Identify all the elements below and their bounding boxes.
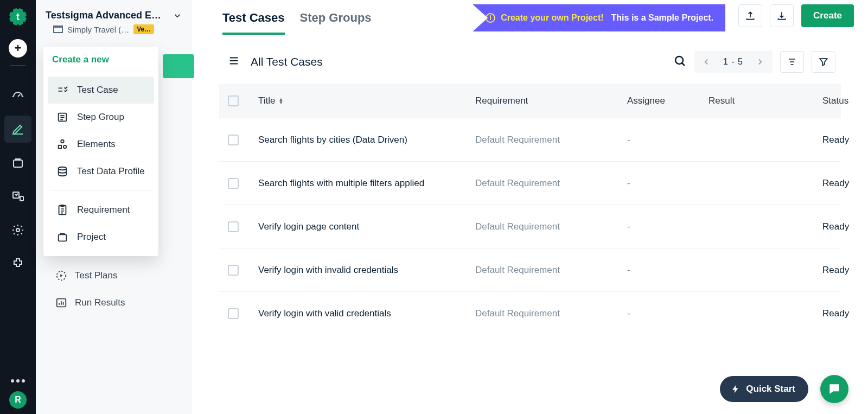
rail-dashboard[interactable]	[4, 82, 31, 109]
cell-status: Ready	[812, 178, 849, 189]
dropdown-opt-test-case[interactable]: Test Case	[48, 77, 154, 104]
row-checkbox[interactable]	[228, 265, 239, 276]
cell-assignee: -	[627, 221, 709, 232]
rail-more[interactable]	[11, 379, 25, 383]
svg-point-8	[11, 10, 13, 12]
pager: 1 - 5	[694, 51, 773, 73]
sidebar-item-test-plans[interactable]: Test Plans	[36, 262, 192, 289]
dropdown-opt-elements[interactable]: Elements	[48, 131, 154, 158]
svg-point-13	[16, 228, 20, 232]
col-result[interactable]: Result	[709, 95, 812, 106]
svg-point-5	[17, 24, 19, 27]
dropdown-opt-label: Test Case	[77, 85, 118, 95]
cell-requirement: Default Requirement	[475, 308, 627, 319]
cell-title: Verify login with invalid credentials	[258, 265, 475, 276]
table-row[interactable]: Verify login with valid credentialsDefau…	[219, 292, 841, 335]
tab-test-cases[interactable]: Test Cases	[222, 4, 285, 35]
icon-rail: t + R	[0, 0, 36, 414]
sidebar-item-label: Test Plans	[75, 270, 117, 281]
filter-button[interactable]	[812, 51, 835, 73]
sidebar-item-label: Run Results	[75, 297, 125, 308]
select-all-checkbox[interactable]	[228, 95, 239, 106]
svg-point-1	[17, 7, 19, 9]
rail-reports[interactable]	[4, 183, 31, 210]
cell-status: Ready	[812, 308, 849, 319]
sort-icon: ▲▼	[279, 98, 284, 104]
table-row[interactable]: Search flights with multiple filters app…	[219, 162, 841, 205]
col-status[interactable]: Status	[812, 95, 848, 106]
cell-title: Verify login with valid credentials	[258, 308, 475, 319]
rail-divider	[10, 65, 25, 66]
dropdown-opt-test-data-profile[interactable]: Test Data Profile	[48, 158, 154, 185]
rail-design[interactable]	[4, 116, 31, 143]
table-row[interactable]: Verify login page contentDefault Require…	[219, 205, 841, 249]
rail-runs[interactable]	[4, 149, 31, 176]
col-assignee[interactable]: Assignee	[627, 95, 709, 106]
row-checkbox[interactable]	[228, 221, 239, 232]
svg-point-23	[63, 145, 67, 149]
col-requirement[interactable]: Requirement	[475, 95, 627, 106]
dropdown-title: Create a new	[43, 47, 158, 72]
list-header: All Test Cases 1 - 5	[192, 35, 868, 84]
svg-point-7	[8, 16, 10, 18]
list-title: All Test Cases	[251, 55, 323, 68]
cell-status: Ready	[812, 265, 849, 276]
row-checkbox[interactable]	[228, 308, 239, 319]
cell-requirement: Default Requirement	[475, 135, 627, 145]
svg-text:t: t	[16, 11, 20, 22]
tab-step-groups[interactable]: Step Groups	[300, 4, 372, 35]
chevron-down-icon[interactable]	[173, 11, 182, 21]
sort-button[interactable]	[780, 51, 804, 73]
web-app-icon	[53, 26, 63, 33]
svg-rect-31	[837, 387, 838, 388]
cell-status: Ready	[812, 221, 849, 232]
create-button[interactable]: Create	[801, 4, 854, 27]
rail-addons[interactable]	[4, 250, 31, 277]
list-menu-icon[interactable]	[228, 55, 240, 69]
hidden-create-button	[163, 54, 194, 78]
add-button[interactable]: +	[9, 39, 27, 58]
create-new-dropdown: Create a new Test Case Step Group Elemen…	[43, 47, 158, 256]
cell-assignee: -	[627, 135, 709, 145]
quick-start-button[interactable]: Quick Start	[720, 376, 808, 402]
user-avatar[interactable]: R	[9, 391, 27, 409]
svg-rect-10	[14, 160, 22, 167]
rail-settings[interactable]	[4, 216, 31, 244]
dropdown-opt-step-group[interactable]: Step Group	[48, 104, 154, 131]
cell-title: Search flights with multiple filters app…	[258, 178, 475, 189]
cell-title: Search flights by cities (Data Driven)	[258, 135, 475, 145]
cell-assignee: -	[627, 308, 709, 319]
import-button[interactable]	[770, 4, 794, 27]
chat-button[interactable]	[820, 375, 848, 403]
search-icon[interactable]	[673, 54, 686, 69]
dropdown-opt-label: Project	[77, 232, 106, 243]
project-name[interactable]: Testsigma Advanced Exa…	[46, 10, 165, 21]
banner-cta: Create your own Project!	[501, 13, 603, 23]
table-row[interactable]: Search flights by cities (Data Driven)De…	[219, 118, 841, 162]
cell-assignee: -	[627, 178, 709, 189]
svg-rect-27	[59, 234, 67, 241]
pager-prev[interactable]	[699, 55, 713, 69]
svg-rect-30	[834, 387, 835, 388]
svg-point-2	[23, 10, 25, 12]
dropdown-opt-label: Test Data Profile	[77, 166, 145, 177]
quick-start-label: Quick Start	[746, 384, 795, 394]
dropdown-opt-requirement[interactable]: Requirement	[48, 196, 154, 224]
dropdown-opt-project[interactable]: Project	[48, 224, 154, 251]
cell-requirement: Default Requirement	[475, 221, 627, 232]
svg-rect-29	[832, 387, 833, 388]
svg-point-24	[59, 167, 67, 170]
row-checkbox[interactable]	[228, 178, 239, 189]
svg-point-28	[675, 56, 683, 64]
app-name[interactable]: Simply Travel (…	[67, 25, 129, 34]
sample-project-banner[interactable]: i Create your own Project! This is a Sam…	[473, 4, 725, 31]
svg-point-21	[61, 140, 64, 143]
version-badge[interactable]: Ve…	[133, 24, 154, 34]
sidebar-item-run-results[interactable]: Run Results	[36, 289, 192, 316]
row-checkbox[interactable]	[228, 135, 239, 145]
export-button[interactable]	[738, 4, 762, 27]
table-row[interactable]: Verify login with invalid credentialsDef…	[219, 249, 841, 292]
lightning-icon	[731, 384, 741, 394]
col-title[interactable]: Title▲▼	[258, 95, 475, 106]
pager-next[interactable]	[753, 55, 767, 69]
